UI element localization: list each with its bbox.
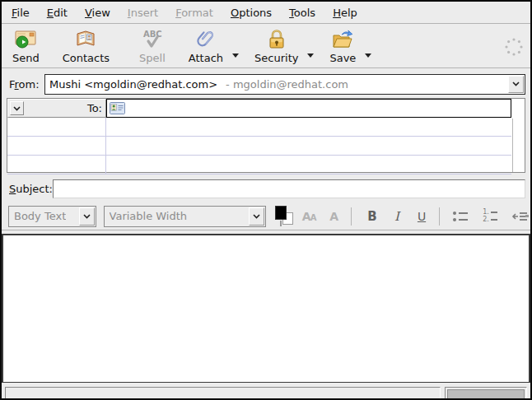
toolbar-overflow-sliver <box>525 215 529 217</box>
save-button[interactable]: Save <box>324 26 362 66</box>
chevron-down-icon <box>83 214 91 219</box>
security-label: Security <box>254 52 298 64</box>
attach-dropdown-arrow[interactable] <box>231 33 240 66</box>
recipient-input[interactable] <box>106 99 511 118</box>
status-progress-area <box>445 387 527 400</box>
subject-input[interactable] <box>53 179 525 198</box>
security-dropdown-arrow[interactable] <box>306 33 315 66</box>
status-bar <box>2 385 530 400</box>
text-color-picker[interactable] <box>273 205 295 227</box>
spell-label: Spell <box>139 52 166 64</box>
activity-throbber-icon <box>502 35 525 58</box>
menu-tools[interactable]: Tools <box>287 5 317 21</box>
numbered-list-button[interactable]: 1. 2. <box>479 206 501 227</box>
menu-insert: Insert <box>126 5 160 21</box>
foreground-color-swatch[interactable] <box>275 206 287 220</box>
bullet-list-button[interactable] <box>450 206 471 227</box>
color-picker-handle <box>280 221 282 226</box>
menu-bar: File Edit View Insert Format Options Too… <box>2 2 530 24</box>
spell-check-icon: ABC <box>140 27 165 52</box>
from-label: From: <box>2 78 44 91</box>
compose-window: File Edit View Insert Format Options Too… <box>0 0 532 400</box>
recipients-scrollbar-track[interactable] <box>512 119 525 172</box>
main-toolbar: Send Contacts ABC <box>2 24 530 68</box>
italic-button[interactable]: I <box>386 206 408 227</box>
chevron-down-icon <box>253 214 260 219</box>
message-body-editor[interactable] <box>2 234 530 383</box>
contacts-button[interactable]: Contacts <box>57 26 115 66</box>
numbered-list-icon: 1. 2. <box>483 209 497 223</box>
spell-button: ABC Spell <box>133 26 171 66</box>
bold-button[interactable]: B <box>362 206 383 227</box>
attach-label: Attach <box>189 52 223 64</box>
paragraph-style-combobox[interactable]: Body Text <box>8 206 96 227</box>
toolbar-separator <box>439 207 440 226</box>
status-message-area <box>5 387 441 400</box>
from-row: From: Mushi <mgoldin@redhat.com> - mgold… <box>2 73 525 95</box>
menu-options[interactable]: Options <box>229 5 273 21</box>
decrease-font-size-button: AA <box>298 206 320 227</box>
paragraph-style-dropdown-button[interactable] <box>79 207 95 226</box>
menu-help[interactable]: Help <box>331 5 359 21</box>
svg-text:ABC: ABC <box>143 30 162 39</box>
send-button[interactable]: Send <box>7 26 45 66</box>
underline-button[interactable]: U <box>411 206 432 227</box>
recipient-type-label: To: <box>87 102 102 114</box>
paragraph-style-value: Body Text <box>14 210 66 222</box>
recipient-row: To: <box>7 99 525 118</box>
from-dropdown-button[interactable] <box>508 76 524 93</box>
security-button[interactable]: Security <box>249 26 304 66</box>
send-envelope-icon <box>13 27 38 52</box>
menu-format: Format <box>174 5 215 21</box>
subject-label: Subject: <box>2 183 53 195</box>
save-label: Save <box>329 52 356 64</box>
recipient-type-button[interactable]: To: <box>7 99 106 118</box>
chevron-down-icon <box>512 81 520 86</box>
menu-file[interactable]: File <box>10 5 31 21</box>
recipient-empty-row[interactable] <box>7 156 525 174</box>
format-toolbar: Body Text Variable Width AA A B I U <box>2 202 530 230</box>
bullet-list-icon <box>453 212 468 221</box>
recipient-type-dropdown-button[interactable] <box>10 101 24 115</box>
from-identity-secondary: - mgoldin@redhat.com <box>226 78 348 91</box>
vcard-icon <box>110 102 125 114</box>
recipients-table: To: <box>7 98 525 173</box>
increase-font-size-button: A <box>323 206 344 227</box>
progress-bar <box>447 389 525 400</box>
subject-row: Subject: <box>2 179 525 198</box>
menu-edit[interactable]: Edit <box>45 5 69 21</box>
from-identity-value: Mushi <mgoldin@redhat.com> <box>49 78 217 91</box>
attach-button[interactable]: Attach <box>183 26 229 66</box>
contacts-book-icon <box>74 27 97 52</box>
recipient-empty-row[interactable] <box>7 137 525 156</box>
security-lock-icon <box>267 27 287 52</box>
contacts-label: Contacts <box>63 52 110 64</box>
save-dropdown-arrow[interactable] <box>363 33 373 66</box>
toolbar-separator <box>351 207 352 226</box>
font-face-value: Variable Width <box>110 210 188 222</box>
font-face-combobox[interactable]: Variable Width <box>104 206 267 227</box>
from-identity-combobox[interactable]: Mushi <mgoldin@redhat.com> - mgoldin@red… <box>44 74 525 95</box>
save-folder-icon <box>330 27 355 52</box>
font-face-dropdown-button[interactable] <box>249 207 264 226</box>
recipient-empty-row[interactable] <box>7 118 525 137</box>
chevron-down-icon <box>13 106 21 111</box>
send-label: Send <box>12 52 40 64</box>
menu-view[interactable]: View <box>83 5 112 21</box>
attach-paperclip-icon <box>195 27 217 52</box>
